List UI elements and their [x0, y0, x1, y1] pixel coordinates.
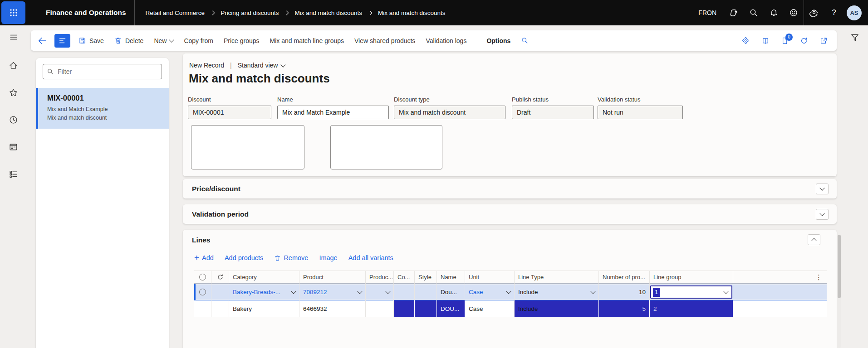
- favorites-button[interactable]: [6, 86, 21, 99]
- search-button[interactable]: [744, 0, 764, 25]
- image-button[interactable]: Image: [319, 254, 337, 261]
- column-header-product[interactable]: Product: [299, 271, 366, 284]
- product-variant-cell[interactable]: [366, 300, 394, 317]
- name-cell[interactable]: DOU...: [437, 300, 465, 317]
- collapse-section-button[interactable]: [808, 234, 820, 245]
- expand-section-button[interactable]: [816, 209, 829, 220]
- number-of-products-cell[interactable]: 10: [599, 284, 650, 300]
- column-header-line-type[interactable]: Line Type: [515, 271, 599, 284]
- row-select-cell[interactable]: [194, 284, 211, 300]
- attachments-button[interactable]: 0: [781, 37, 789, 45]
- new-button[interactable]: New: [154, 37, 173, 44]
- user-avatar[interactable]: AS: [847, 5, 862, 20]
- app-title[interactable]: Finance and Operations: [46, 9, 126, 17]
- app-launcher-button[interactable]: [1, 1, 25, 24]
- view-selector[interactable]: Standard view: [238, 62, 285, 69]
- scrollbar-thumb[interactable]: [838, 235, 841, 298]
- price-groups-button[interactable]: Price groups: [224, 37, 260, 44]
- action-pane-menu-button[interactable]: [54, 34, 70, 48]
- refresh-column-cell[interactable]: [211, 271, 229, 284]
- section-title[interactable]: Price/discount: [192, 185, 240, 193]
- select-all-radio[interactable]: [199, 274, 206, 280]
- settings-button[interactable]: [804, 0, 824, 25]
- add-line-button[interactable]: + Add: [194, 254, 214, 261]
- row-select-cell[interactable]: [194, 300, 211, 317]
- product-cell[interactable]: 7089212: [299, 284, 366, 300]
- line-type-cell[interactable]: Include: [515, 300, 599, 317]
- copy-from-button[interactable]: Copy from: [184, 37, 213, 44]
- notifications-button[interactable]: [764, 0, 784, 25]
- color-cell[interactable]: [394, 300, 415, 317]
- line-type-cell[interactable]: Include: [515, 284, 599, 300]
- mix-and-match-line-groups-button[interactable]: Mix and match line groups: [270, 37, 344, 44]
- column-header-color[interactable]: Co...: [394, 271, 415, 284]
- add-all-variants-button[interactable]: Add all variants: [348, 254, 393, 261]
- style-cell[interactable]: [415, 284, 437, 300]
- breadcrumb-item[interactable]: Pricing and discounts: [221, 10, 279, 16]
- number-of-products-cell[interactable]: 5: [599, 300, 650, 317]
- row-radio[interactable]: [199, 289, 206, 295]
- column-header-number-of-products[interactable]: Number of pro...: [599, 271, 650, 284]
- product-list-box-left[interactable]: [191, 125, 304, 169]
- personalize-button[interactable]: [741, 36, 750, 45]
- table-row[interactable]: Bakery 6466932 DOU... Case Include 5 2: [194, 300, 827, 317]
- line-group-combobox[interactable]: 1: [650, 285, 732, 299]
- validation-logs-button[interactable]: Validation logs: [426, 37, 466, 44]
- refresh-button[interactable]: [800, 37, 808, 45]
- expand-section-button[interactable]: [816, 184, 829, 194]
- main-scrollbar[interactable]: [838, 235, 841, 348]
- select-all-cell[interactable]: [194, 271, 211, 284]
- name-field-value[interactable]: Mix and Match Example: [277, 106, 389, 119]
- delete-button[interactable]: Delete: [114, 37, 143, 44]
- column-header-category[interactable]: Category: [229, 271, 299, 284]
- breadcrumb-item[interactable]: Retail and Commerce: [146, 10, 205, 16]
- view-shared-products-button[interactable]: View shared products: [354, 37, 415, 44]
- feedback-button[interactable]: [784, 0, 804, 25]
- line-group-cell[interactable]: 2: [650, 300, 733, 317]
- validation-status-field-value[interactable]: Not run: [598, 106, 683, 119]
- breadcrumb-item[interactable]: Mix and match discounts: [378, 10, 446, 16]
- publish-status-field-value[interactable]: Draft: [512, 106, 594, 119]
- product-list-box-right[interactable]: [330, 125, 442, 169]
- open-in-office-button[interactable]: [761, 37, 770, 45]
- filter-pane-button[interactable]: [850, 33, 860, 348]
- back-button[interactable]: [37, 36, 47, 46]
- section-title[interactable]: Lines: [192, 236, 210, 244]
- unit-cell[interactable]: Case: [465, 284, 515, 300]
- modules-button[interactable]: [6, 168, 21, 180]
- breadcrumb-item[interactable]: Mix and match discounts: [294, 10, 362, 16]
- help-button[interactable]: ?: [824, 0, 844, 25]
- remove-line-button[interactable]: Remove: [274, 254, 308, 261]
- open-in-new-window-button[interactable]: [819, 37, 828, 45]
- add-products-button[interactable]: Add products: [225, 254, 263, 261]
- filter-input[interactable]: [58, 68, 148, 75]
- column-header-unit[interactable]: Unit: [465, 271, 515, 284]
- table-row[interactable]: Bakery-Breads-... 7089212 Dou... Case In…: [194, 284, 827, 300]
- column-options-icon[interactable]: ⋮: [815, 273, 823, 281]
- options-menu[interactable]: Options: [486, 37, 510, 44]
- name-cell[interactable]: Dou...: [437, 284, 465, 300]
- column-header-product-variant[interactable]: Produc...: [366, 271, 394, 284]
- workspaces-button[interactable]: [6, 140, 21, 153]
- home-button[interactable]: [6, 59, 21, 72]
- color-cell[interactable]: [394, 284, 415, 300]
- product-cell[interactable]: 6466932: [299, 300, 366, 317]
- discount-type-field-value[interactable]: Mix and match discount: [394, 106, 505, 119]
- unit-cell[interactable]: Case: [465, 300, 515, 317]
- lines-section: Lines + Add Add products Remove Image Ad…: [183, 230, 837, 348]
- record-list-item-selected[interactable]: MIX-00001 Mix and Match Example Mix and …: [36, 88, 169, 129]
- category-cell[interactable]: Bakery: [229, 300, 299, 317]
- column-header-style[interactable]: Style: [415, 271, 437, 284]
- category-cell[interactable]: Bakery-Breads-...: [229, 284, 299, 300]
- column-header-name[interactable]: Name: [437, 271, 465, 284]
- discount-field-value[interactable]: MIX-00001: [188, 106, 271, 119]
- style-cell[interactable]: [415, 300, 437, 317]
- save-button[interactable]: Save: [78, 37, 104, 44]
- copilot-button[interactable]: [724, 0, 744, 25]
- product-variant-cell[interactable]: [366, 284, 394, 300]
- action-pane-search-button[interactable]: [521, 37, 529, 44]
- column-header-line-group[interactable]: Line group: [650, 271, 733, 284]
- recent-button[interactable]: [6, 113, 21, 126]
- expand-nav-button[interactable]: [6, 31, 21, 44]
- section-title[interactable]: Validation period: [192, 210, 249, 218]
